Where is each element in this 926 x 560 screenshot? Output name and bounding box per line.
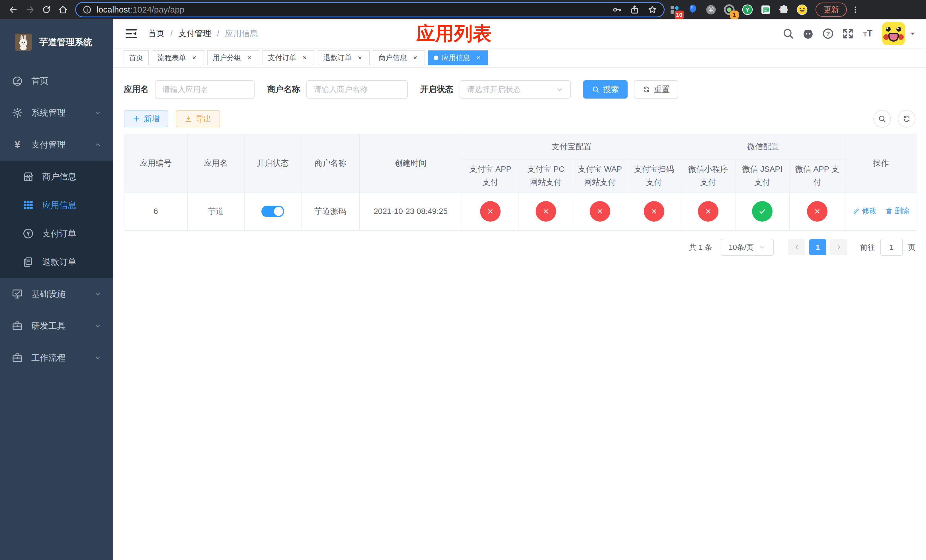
enabled-toggle[interactable] [262, 206, 284, 217]
url-bar[interactable]: localhost:1024/pay/app [75, 2, 664, 17]
extension-y-icon[interactable]: Y [739, 1, 756, 18]
sidebar-item-label: 基础设施 [31, 288, 65, 300]
extension-command-icon[interactable]: ⌘ [703, 1, 719, 18]
refresh-button[interactable] [898, 110, 915, 128]
user-avatar[interactable] [882, 22, 905, 45]
svg-text:T: T [863, 31, 867, 38]
sidebar-collapse-icon[interactable] [125, 27, 138, 40]
sidebar-item-merchant-info[interactable]: 商户信息 [0, 162, 113, 191]
status-select[interactable]: 请选择开启状态 [460, 80, 570, 98]
export-button[interactable]: 导出 [176, 110, 220, 127]
sidebar-item-infrastructure[interactable]: 基础设施 [0, 278, 113, 310]
sidebar-item-home[interactable]: 首页 [0, 65, 113, 97]
info-icon[interactable] [82, 5, 92, 15]
goto-page-input[interactable] [880, 239, 903, 256]
col-alipay-pc: 支付宝 PC 网站支付 [519, 159, 573, 192]
prev-page-button[interactable] [788, 239, 805, 255]
chevron-up-icon [94, 141, 102, 149]
edit-link[interactable]: 修改 [853, 206, 877, 216]
sidebar: 芋道管理系统 首页系统管理¥支付管理商户信息应用信息¥支付订单退款订单基础设施研… [0, 20, 113, 560]
extension-chat-icon[interactable] [757, 1, 774, 18]
table-toolbar: 新增 导出 [124, 110, 915, 128]
disabled-x-icon [536, 201, 556, 222]
back-icon[interactable] [5, 2, 22, 18]
tab-close-icon[interactable]: × [300, 53, 309, 62]
next-page-button[interactable] [830, 239, 847, 255]
tab-refund-order[interactable]: 退款订单× [318, 50, 369, 65]
help-icon[interactable]: ? [822, 27, 834, 40]
sidebar-item-payment[interactable]: ¥支付管理 [0, 129, 113, 160]
filter-form: 应用名 商户名称 开启状态 请选择开启状态 搜索 重置 [124, 80, 915, 98]
profile-avatar-icon[interactable] [794, 1, 810, 18]
sidebar-item-label: 退款订单 [42, 256, 76, 268]
gear-icon [11, 107, 23, 119]
channel-status-cell [789, 192, 845, 230]
extension-balloon-icon[interactable] [684, 1, 701, 18]
github-icon[interactable] [802, 27, 814, 40]
sidebar-menu: 首页系统管理¥支付管理商户信息应用信息¥支付订单退款订单基础设施研发工具工作流程 [0, 65, 113, 374]
tab-user-group[interactable]: 用户分组× [207, 50, 259, 65]
chevron-down-icon[interactable] [909, 30, 916, 37]
extension-recorder-icon[interactable]: 1 [721, 1, 737, 18]
sidebar-item-devtools[interactable]: 研发工具 [0, 310, 113, 342]
app-table: 应用编号 应用名 开启状态 商户名称 创建时间 支付宝配置 微信配置 操作 支付… [124, 134, 917, 231]
page-size-value: 10条/页 [729, 242, 754, 252]
tab-app-info[interactable]: 应用信息× [428, 50, 488, 65]
add-button[interactable]: 新增 [124, 110, 168, 127]
toolbox-icon [11, 352, 23, 364]
home-icon[interactable] [54, 2, 71, 18]
channel-status-cell [573, 192, 627, 230]
channel-status-cell [735, 192, 789, 230]
chrome-menu-icon[interactable] [850, 2, 861, 17]
sidebar-item-label: 研发工具 [31, 320, 65, 332]
app-name-input[interactable] [155, 80, 254, 98]
font-size-icon[interactable]: TT [862, 27, 874, 40]
tab-close-icon[interactable]: × [411, 53, 419, 62]
forward-icon[interactable] [22, 2, 38, 18]
page-size-select[interactable]: 10条/页 [721, 239, 774, 256]
bookmark-star-icon[interactable] [647, 5, 658, 15]
sidebar-item-workflow[interactable]: 工作流程 [0, 342, 113, 374]
tab-label: 支付订单 [268, 53, 297, 62]
search-button[interactable]: 搜索 [583, 80, 628, 98]
channel-status-cell [519, 192, 573, 230]
password-key-icon[interactable] [612, 5, 622, 15]
toggle-search-button[interactable] [873, 110, 891, 128]
chevron-down-icon [94, 354, 102, 362]
delete-link[interactable]: 删除 [885, 206, 909, 216]
breadcrumb-home[interactable]: 首页 [148, 28, 165, 39]
extensions-puzzle-icon[interactable] [776, 1, 792, 18]
fullscreen-icon[interactable] [842, 27, 854, 40]
breadcrumb: 首页 / 支付管理 / 应用信息 [148, 28, 258, 39]
yuan-circle-icon: ¥ [22, 228, 34, 239]
reset-button[interactable]: 重置 [634, 80, 678, 98]
tab-label: 流程表单 [157, 53, 186, 62]
tab-process-form[interactable]: 流程表单× [152, 50, 204, 65]
logo[interactable]: 芋道管理系统 [0, 20, 113, 65]
disabled-x-icon [644, 201, 664, 222]
store-icon [22, 171, 34, 183]
add-button-label: 新增 [144, 114, 160, 124]
table-row: 6 芋道 芋道源码 2021-10-23 08:49:25 修改 删除 [124, 192, 917, 230]
merchant-name-input[interactable] [306, 80, 408, 98]
tab-close-icon[interactable]: × [356, 53, 364, 62]
sidebar-item-app-info[interactable]: 应用信息 [0, 191, 113, 219]
current-page-button[interactable]: 1 [809, 239, 826, 255]
tab-close-icon[interactable]: × [474, 53, 483, 62]
reload-icon[interactable] [38, 2, 54, 18]
tab-pay-order[interactable]: 支付订单× [263, 50, 314, 65]
share-icon[interactable] [629, 5, 640, 15]
sidebar-item-system[interactable]: 系统管理 [0, 97, 113, 129]
disabled-x-icon [698, 201, 719, 222]
sidebar-item-pay-order[interactable]: ¥支付订单 [0, 219, 113, 248]
extension-blocks-icon[interactable]: 10 [666, 1, 683, 18]
breadcrumb-payment[interactable]: 支付管理 [178, 28, 211, 39]
chrome-update-button[interactable]: 更新 [816, 3, 847, 17]
tab-close-icon[interactable]: × [245, 53, 254, 62]
tab-home[interactable]: 首页 [124, 50, 149, 65]
tab-close-icon[interactable]: × [190, 53, 198, 62]
tab-merchant-info[interactable]: 商户信息× [373, 50, 425, 65]
sidebar-item-refund-order[interactable]: 退款订单 [0, 248, 113, 276]
search-icon[interactable] [782, 27, 794, 40]
search-button-label: 搜索 [603, 84, 619, 95]
